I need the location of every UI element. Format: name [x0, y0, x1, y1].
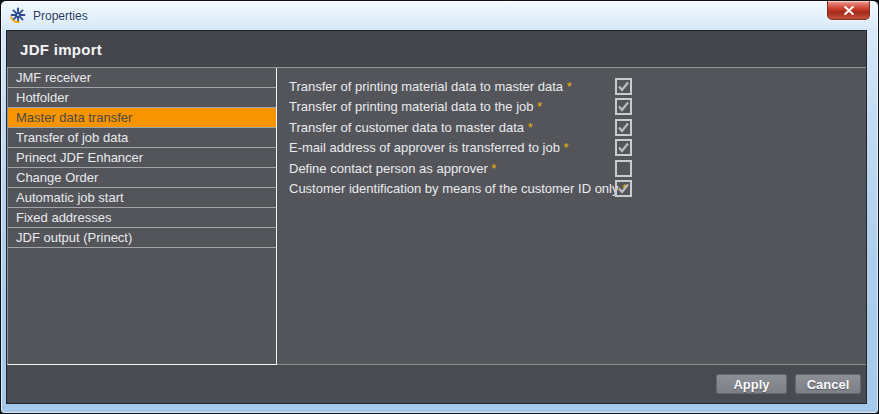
sidebar-item-master-data-transfer[interactable]: Master data transfer — [8, 108, 276, 128]
checkmark-icon — [617, 100, 630, 113]
page-header: JDF import — [7, 31, 866, 68]
sidebar-item-prinect-jdf-enhancer[interactable]: Prinect JDF Enhancer — [8, 148, 276, 168]
checkmark-icon — [617, 80, 630, 93]
prinect-gear-icon — [10, 7, 26, 23]
required-asterisk: * — [491, 161, 496, 176]
page-title: JDF import — [20, 41, 102, 58]
option-label: Customer identification by means of the … — [289, 181, 615, 196]
properties-dialog: Properties JDF import JMF receiverHotfol… — [0, 0, 879, 414]
checkmark-icon — [617, 121, 630, 134]
sidebar-item-jdf-output-prinect[interactable]: JDF output (Prinect) — [8, 228, 276, 248]
required-asterisk: * — [528, 120, 533, 135]
sidebar-item-automatic-job-start[interactable]: Automatic job start — [8, 188, 276, 208]
dialog-body: JDF import JMF receiverHotfolderMaster d… — [6, 30, 867, 404]
sidebar-item-jmf-receiver[interactable]: JMF receiver — [8, 68, 276, 88]
sidebar-item-hotfolder[interactable]: Hotfolder — [8, 88, 276, 108]
apply-button[interactable]: Apply — [716, 374, 787, 394]
option-row: E-mail address of approver is transferre… — [277, 138, 866, 159]
checkbox-transfer-of-customer-data-to-master-data[interactable] — [615, 119, 632, 136]
checkbox-e-mail-address-of-approver-is-transferred-to-job[interactable] — [615, 139, 632, 156]
sidebar-item-transfer-of-job-data[interactable]: Transfer of job data — [8, 128, 276, 148]
option-label: Transfer of customer data to master data… — [289, 120, 615, 135]
option-label: Define contact person as approver * — [289, 161, 615, 176]
cancel-button[interactable]: Cancel — [795, 374, 861, 394]
option-label: Transfer of printing material data to th… — [289, 99, 615, 114]
close-button[interactable] — [827, 1, 870, 20]
required-asterisk: * — [567, 79, 572, 94]
required-asterisk: * — [564, 140, 569, 155]
footer-bar: Apply Cancel — [7, 365, 866, 403]
option-row: Transfer of customer data to master data… — [277, 117, 866, 138]
options-panel: Transfer of printing material data to ma… — [277, 68, 866, 365]
option-row: Transfer of printing material data to ma… — [277, 76, 866, 97]
window-title: Properties — [33, 9, 88, 23]
checkbox-transfer-of-printing-material-data-to-the-job[interactable] — [615, 98, 632, 115]
sidebar-item-change-order[interactable]: Change Order — [8, 168, 276, 188]
checkbox-define-contact-person-as-approver[interactable] — [615, 160, 632, 177]
checkbox-customer-identification-by-means-of-the-customer-id-only[interactable] — [615, 180, 632, 197]
sidebar-item-fixed-addresses[interactable]: Fixed addresses — [8, 208, 276, 228]
option-label: Transfer of printing material data to ma… — [289, 79, 615, 94]
option-row: Transfer of printing material data to th… — [277, 97, 866, 118]
checkmark-icon — [617, 141, 630, 154]
title-bar[interactable]: Properties — [1, 1, 878, 30]
close-icon — [844, 6, 854, 15]
checkmark-icon — [617, 182, 630, 195]
option-label: E-mail address of approver is transferre… — [289, 140, 615, 155]
required-asterisk: * — [537, 99, 542, 114]
main-area: JMF receiverHotfolderMaster data transfe… — [7, 68, 866, 365]
checkbox-transfer-of-printing-material-data-to-master-data[interactable] — [615, 78, 632, 95]
option-row: Customer identification by means of the … — [277, 179, 866, 200]
option-row: Define contact person as approver * — [277, 158, 866, 179]
sidebar-nav: JMF receiverHotfolderMaster data transfe… — [7, 68, 277, 365]
